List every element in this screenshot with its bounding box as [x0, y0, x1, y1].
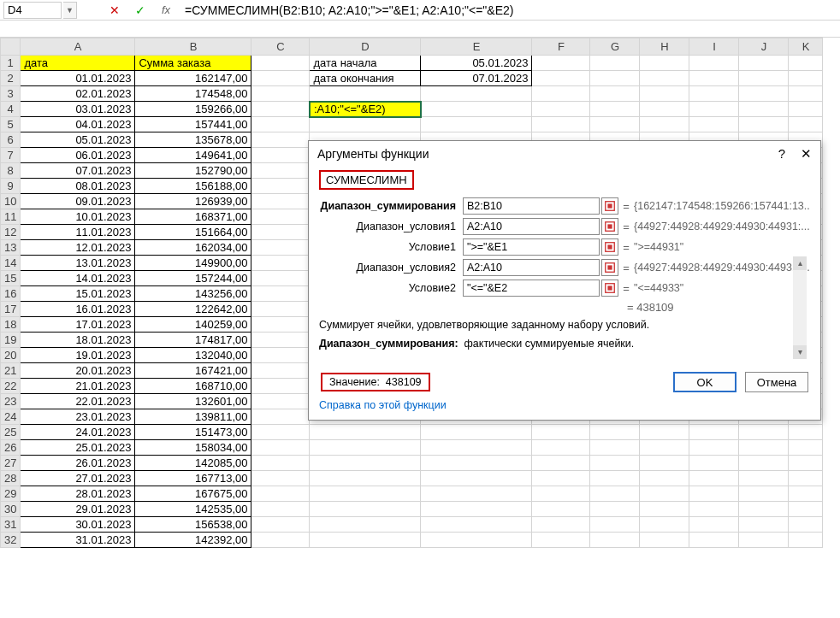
cell[interactable]	[251, 102, 310, 117]
argument-input[interactable]	[463, 197, 600, 215]
cell[interactable]: 15.01.2023	[21, 286, 135, 302]
cell[interactable]: 04.01.2023	[21, 117, 135, 132]
cell[interactable]: 122642,00	[135, 302, 251, 317]
cell[interactable]	[310, 533, 421, 548]
col-header[interactable]: E	[421, 38, 532, 56]
range-selector-icon[interactable]	[601, 238, 618, 256]
col-header[interactable]: G	[590, 38, 640, 56]
cell[interactable]	[739, 517, 789, 533]
cell[interactable]	[251, 302, 310, 317]
cell[interactable]: 139811,00	[135, 409, 251, 425]
row-header[interactable]: 6	[1, 132, 21, 148]
cell[interactable]	[421, 486, 532, 502]
cell[interactable]: 132040,00	[135, 348, 251, 363]
cell[interactable]: 23.01.2023	[21, 409, 135, 425]
scroll-up-icon[interactable]: ▴	[793, 256, 807, 270]
cell[interactable]: 08.01.2023	[21, 179, 135, 194]
cell[interactable]: 06.01.2023	[21, 148, 135, 163]
cell[interactable]	[532, 86, 590, 102]
cell[interactable]: 149641,00	[135, 148, 251, 163]
cell[interactable]	[421, 425, 532, 440]
col-header[interactable]: I	[689, 38, 739, 56]
cell[interactable]: 158034,00	[135, 440, 251, 456]
cell[interactable]: 168710,00	[135, 379, 251, 394]
active-cell[interactable]: :A10;"<="&E2)	[310, 102, 421, 117]
cell[interactable]	[590, 456, 640, 471]
cell[interactable]: 13.01.2023	[21, 256, 135, 271]
cell[interactable]	[251, 194, 310, 209]
cell[interactable]	[251, 456, 310, 471]
cell[interactable]: 142535,00	[135, 502, 251, 517]
cell[interactable]	[590, 471, 640, 486]
cell[interactable]	[640, 486, 689, 502]
cell[interactable]	[640, 117, 689, 132]
cell[interactable]	[251, 502, 310, 517]
cell[interactable]: 132601,00	[135, 394, 251, 409]
cell[interactable]	[590, 486, 640, 502]
cell[interactable]	[251, 209, 310, 225]
formula-input[interactable]	[180, 2, 837, 19]
col-header[interactable]: C	[251, 38, 310, 56]
cell[interactable]	[421, 440, 532, 456]
cell[interactable]	[251, 56, 310, 71]
cell[interactable]	[739, 425, 789, 440]
cell[interactable]	[532, 71, 590, 86]
cell[interactable]	[251, 179, 310, 194]
cell[interactable]	[739, 486, 789, 502]
row-header[interactable]: 23	[1, 394, 21, 409]
cell[interactable]	[532, 502, 590, 517]
cell[interactable]	[421, 471, 532, 486]
cell[interactable]: 27.01.2023	[21, 471, 135, 486]
cell[interactable]: дата начала	[310, 56, 421, 71]
cell[interactable]	[789, 117, 823, 132]
cell[interactable]	[689, 502, 739, 517]
cell[interactable]	[689, 533, 739, 548]
argument-input[interactable]	[463, 238, 600, 256]
cell[interactable]	[689, 117, 739, 132]
cell[interactable]: 25.01.2023	[21, 440, 135, 456]
cell[interactable]	[532, 517, 590, 533]
cell[interactable]	[789, 56, 823, 71]
row-header[interactable]: 13	[1, 240, 21, 256]
cell[interactable]	[251, 517, 310, 533]
row-header[interactable]: 9	[1, 179, 21, 194]
cell[interactable]	[739, 56, 789, 71]
cell[interactable]: 07.01.2023	[21, 163, 135, 179]
range-selector-icon[interactable]	[601, 218, 618, 235]
cell[interactable]	[251, 148, 310, 163]
cell[interactable]	[789, 533, 823, 548]
cell[interactable]: 167713,00	[135, 471, 251, 486]
row-header[interactable]: 16	[1, 286, 21, 302]
col-header[interactable]: A	[21, 38, 135, 56]
cell[interactable]	[739, 502, 789, 517]
cell[interactable]	[640, 517, 689, 533]
cell[interactable]	[310, 517, 421, 533]
argument-input[interactable]	[463, 280, 600, 297]
cell[interactable]	[590, 517, 640, 533]
cell[interactable]: 156538,00	[135, 517, 251, 533]
cell[interactable]	[310, 471, 421, 486]
row-header[interactable]: 27	[1, 456, 21, 471]
cell[interactable]	[689, 102, 739, 117]
cell[interactable]: 151664,00	[135, 225, 251, 240]
row-header[interactable]: 18	[1, 317, 21, 333]
cell[interactable]	[590, 117, 640, 132]
cell[interactable]	[789, 471, 823, 486]
row-header[interactable]: 12	[1, 225, 21, 240]
row-header[interactable]: 31	[1, 517, 21, 533]
cell[interactable]	[532, 56, 590, 71]
cell[interactable]	[251, 71, 310, 86]
cell[interactable]	[532, 471, 590, 486]
row-header[interactable]: 19	[1, 333, 21, 348]
cell[interactable]	[532, 456, 590, 471]
row-header[interactable]: 25	[1, 425, 21, 440]
cell[interactable]	[640, 71, 689, 86]
cell[interactable]: 18.01.2023	[21, 333, 135, 348]
row-header[interactable]: 5	[1, 117, 21, 132]
cell[interactable]: 19.01.2023	[21, 348, 135, 363]
cell[interactable]	[640, 471, 689, 486]
cell[interactable]	[251, 348, 310, 363]
row-header[interactable]: 1	[1, 56, 21, 71]
dialog-titlebar[interactable]: Аргументы функции ? ✕	[309, 141, 820, 165]
cell[interactable]	[532, 425, 590, 440]
